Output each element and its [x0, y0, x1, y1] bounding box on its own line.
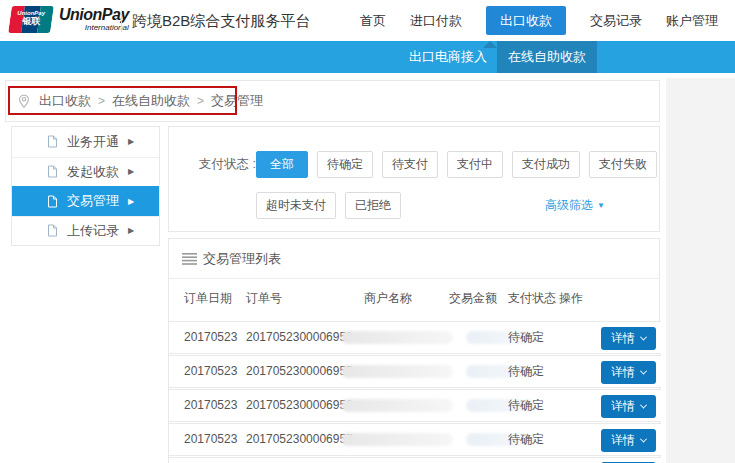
- nav-item-export-collection[interactable]: 出口收款: [486, 6, 566, 35]
- nav-item-import-payment[interactable]: 进口付款: [410, 12, 462, 30]
- header: UnionPay 银联 UnionPay International 跨境B2B…: [0, 0, 735, 41]
- page-root: UnionPay 银联 UnionPay International 跨境B2B…: [0, 0, 735, 463]
- column-header-payment-status: 支付状态: [508, 279, 556, 317]
- cell-order-date: 20170523: [184, 390, 237, 421]
- sidebar-item-label: 业务开通: [67, 133, 119, 151]
- nav-item-home[interactable]: 首页: [360, 12, 386, 30]
- sidebar-item-upload-records[interactable]: 上传记录 ▶: [12, 216, 159, 246]
- filter-option-payment-failed[interactable]: 支付失败: [589, 151, 657, 178]
- cell-order-no: 2017052300006956: [246, 390, 353, 421]
- sidebar-item-business-activation[interactable]: 业务开通 ▶: [12, 127, 159, 157]
- document-icon: [47, 224, 58, 237]
- nav-item-account-management[interactable]: 账户管理: [666, 12, 718, 30]
- sidebar-item-label: 上传记录: [67, 222, 119, 240]
- breadcrumb-separator: >: [91, 94, 112, 108]
- chevron-down-icon: [640, 334, 647, 341]
- header-divider: [121, 10, 122, 32]
- filter-option-payment-success[interactable]: 支付成功: [512, 151, 580, 178]
- redacted-merchant-name: [341, 433, 453, 446]
- filter-option-all[interactable]: 全部: [256, 151, 308, 178]
- transaction-table-panel: 交易管理列表 订单日期 订单号 商户名称 交易金额 支付状态 操作 201705…: [168, 238, 660, 463]
- table-section-title: 交易管理列表: [203, 239, 281, 279]
- table-row-partial: [169, 457, 661, 463]
- arrow-right-icon: ▶: [128, 226, 134, 235]
- cell-payment-status: 待确定: [508, 424, 544, 455]
- breadcrumb-item-online-self-collection[interactable]: 在线自助收款: [112, 92, 190, 110]
- filter-option-pending-payment[interactable]: 待支付: [382, 151, 438, 178]
- detail-button-label: 详情: [611, 398, 635, 415]
- cell-order-date: 20170523: [184, 424, 237, 455]
- nav-item-transaction-records[interactable]: 交易记录: [590, 12, 642, 30]
- cell-payment-status: 待确定: [508, 322, 544, 353]
- detail-button[interactable]: 详情: [601, 429, 656, 452]
- filter-option-timeout-unpaid[interactable]: 超时未支付: [256, 192, 336, 219]
- logo-card-text-cn: 银联: [10, 17, 52, 27]
- cell-payment-status: 待确定: [508, 356, 544, 387]
- document-icon: [47, 135, 58, 148]
- column-header-order-no: 订单号: [246, 279, 282, 317]
- advanced-filter-link[interactable]: 高级筛选 ▼: [545, 192, 605, 219]
- table-section-header: 交易管理列表: [169, 239, 659, 279]
- column-header-order-date: 订单日期: [184, 279, 232, 317]
- cell-order-date: 20170523: [184, 356, 237, 387]
- table-row: 20170523 2017052300006958 待确定 详情: [169, 321, 661, 354]
- location-pin-icon: [18, 94, 30, 109]
- sidebar: 业务开通 ▶ 发起收款 ▶ 交易管理 ▶ 上传记录 ▶: [11, 126, 160, 246]
- document-icon: [47, 165, 58, 178]
- chevron-down-icon: [640, 436, 647, 443]
- sidebar-item-transaction-management[interactable]: 交易管理 ▶: [12, 186, 159, 216]
- payment-status-filter-panel: 支付状态 : 全部 待确定 待支付 支付中 支付成功 支付失败 超时未支付 已拒…: [168, 126, 660, 232]
- detail-button-label: 详情: [611, 330, 635, 347]
- arrow-right-icon: ▶: [128, 167, 134, 176]
- column-header-action: 操作: [559, 279, 583, 317]
- breadcrumb-item-export-collection[interactable]: 出口收款: [39, 92, 91, 110]
- advanced-filter-label: 高级筛选: [545, 197, 593, 214]
- detail-button-label: 详情: [611, 432, 635, 449]
- unionpay-logo[interactable]: UnionPay 银联 UnionPay International: [10, 6, 129, 33]
- logo-wordmark: UnionPay: [59, 7, 129, 23]
- redacted-merchant-name: [341, 331, 453, 344]
- cell-payment-status: 待确定: [508, 390, 544, 421]
- table-row: 20170523 2017052300006955 待确定 详情: [169, 355, 661, 388]
- table-row: 20170523 2017052300006957 待确定 详情: [169, 423, 661, 456]
- detail-button[interactable]: 详情: [601, 327, 656, 350]
- filter-row-1: 全部 待确定 待支付 支付中 支付成功 支付失败: [256, 151, 657, 178]
- filter-option-rejected[interactable]: 已拒绝: [345, 192, 401, 219]
- cell-order-no: 2017052300006957: [246, 424, 353, 455]
- filter-option-paying[interactable]: 支付中: [447, 151, 503, 178]
- breadcrumb-item-transaction-management[interactable]: 交易管理: [211, 92, 263, 110]
- page-title: 跨境B2B综合支付服务平台: [132, 0, 310, 41]
- column-header-merchant-name: 商户名称: [364, 279, 412, 317]
- sidebar-item-initiate-collection[interactable]: 发起收款 ▶: [12, 157, 159, 187]
- list-icon: [182, 253, 197, 268]
- subnav-caret-up-icon: [483, 41, 497, 48]
- detail-button[interactable]: 详情: [601, 361, 656, 384]
- filter-option-pending-confirm[interactable]: 待确定: [317, 151, 373, 178]
- detail-button[interactable]: 详情: [601, 395, 656, 418]
- main-nav: 首页 进口付款 出口收款 交易记录 账户管理: [360, 0, 718, 41]
- chevron-down-icon: [640, 368, 647, 375]
- unionpay-card-icon: UnionPay 银联: [8, 6, 54, 33]
- sidebar-item-label: 交易管理: [67, 192, 119, 210]
- background-strip: [666, 78, 735, 463]
- column-header-transaction-amount: 交易金额: [449, 279, 497, 317]
- arrow-right-icon: ▶: [128, 137, 134, 146]
- logo-wordmark-sub: International: [59, 24, 129, 32]
- filter-row-2: 超时未支付 已拒绝: [256, 192, 401, 219]
- breadcrumb: 出口收款 > 在线自助收款 > 交易管理: [5, 80, 660, 122]
- cell-order-no: 2017052300006955: [246, 356, 353, 387]
- breadcrumb-separator: >: [190, 94, 211, 108]
- redacted-merchant-name: [341, 365, 453, 378]
- table-column-headers: 订单日期 订单号 商户名称 交易金额 支付状态 操作: [169, 279, 659, 317]
- caret-down-icon: ▼: [597, 201, 605, 210]
- sidebar-item-label: 发起收款: [67, 163, 119, 181]
- arrow-right-icon: ▶: [128, 197, 134, 206]
- subnav-item-online-self-collection[interactable]: 在线自助收款: [497, 41, 597, 73]
- table-row: 20170523 2017052300006956 待确定 详情: [169, 389, 661, 422]
- redacted-merchant-name: [341, 399, 453, 412]
- filter-label: 支付状态 :: [199, 151, 256, 178]
- detail-button-label: 详情: [611, 364, 635, 381]
- document-icon: [47, 195, 58, 208]
- cell-order-no: 2017052300006958: [246, 322, 353, 353]
- cell-order-date: 20170523: [184, 322, 237, 353]
